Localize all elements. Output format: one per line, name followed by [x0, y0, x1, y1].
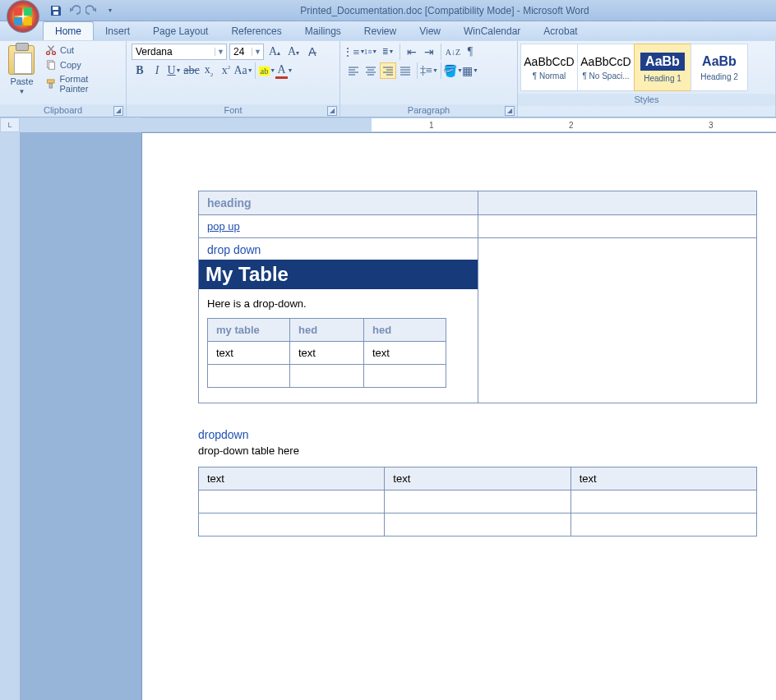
tab-page-layout[interactable]: Page Layout: [141, 22, 219, 40]
align-center-button[interactable]: [363, 62, 379, 79]
save-button[interactable]: [49, 4, 62, 17]
decrease-indent-button[interactable]: ⇤: [404, 44, 420, 60]
inner-header-cell: hed: [290, 319, 364, 342]
change-case-icon: Aa: [233, 64, 247, 77]
inner-table[interactable]: my table hed hed text text text: [207, 318, 446, 388]
tab-wincalendar[interactable]: WinCalendar: [452, 22, 532, 40]
grow-font-icon: A▴: [269, 45, 280, 58]
font-name-combo[interactable]: ▼: [132, 44, 227, 60]
line-spacing-icon: ‡≡: [420, 64, 432, 77]
ruler-mark: 3: [709, 121, 714, 130]
bullets-button[interactable]: ⋮≡▼: [345, 44, 362, 60]
cut-button[interactable]: Cut: [42, 44, 121, 57]
undo-button[interactable]: [67, 4, 81, 17]
undo-icon: [67, 4, 81, 17]
chevron-down-icon[interactable]: ▼: [252, 48, 263, 56]
office-button[interactable]: [7, 0, 39, 33]
tab-references[interactable]: References: [219, 22, 293, 40]
horizontal-ruler[interactable]: L 1 2 3: [0, 117, 776, 132]
paste-icon: [8, 45, 35, 75]
font-name-input[interactable]: [132, 44, 215, 59]
align-left-button[interactable]: [345, 62, 362, 79]
increase-indent-button[interactable]: ⇥: [421, 44, 437, 60]
tab-home[interactable]: Home: [43, 21, 94, 40]
svg-rect-11: [49, 83, 52, 88]
popup-link[interactable]: pop up: [207, 220, 240, 233]
font-size-input[interactable]: [230, 44, 252, 59]
strikethrough-icon: abc: [183, 64, 199, 77]
borders-icon: ▦: [462, 64, 473, 78]
align-right-button[interactable]: [380, 62, 396, 79]
borders-button[interactable]: ▦▼: [462, 62, 478, 79]
group-paragraph: ⋮≡▼ 1≡▼ ≣▼ ⇤ ⇥ A↓Z ¶ ‡≡▼: [340, 41, 518, 117]
bold-button[interactable]: B: [132, 62, 148, 79]
chevron-down-icon[interactable]: ▼: [215, 48, 226, 56]
style-heading-2[interactable]: AaBb Heading 2: [691, 44, 748, 91]
highlight-button[interactable]: ab▼: [259, 62, 275, 79]
inner-header-cell: hed: [364, 319, 446, 342]
svg-rect-4: [53, 7, 58, 10]
change-case-button[interactable]: Aa▼: [235, 62, 252, 79]
tab-acrobat[interactable]: Acrobat: [532, 22, 589, 40]
strikethrough-button[interactable]: abc: [183, 62, 200, 79]
subscript-button[interactable]: x2: [201, 62, 217, 79]
paragraph-launcher[interactable]: ◢: [505, 106, 515, 116]
style-name-label: ¶ No Spaci...: [582, 71, 629, 81]
grow-font-button[interactable]: A▴: [266, 44, 283, 60]
inner-header-cell: my table: [208, 319, 290, 342]
underline-button[interactable]: U▼: [166, 62, 182, 79]
document-page[interactable]: heading pop up drop down My Table Here i…: [141, 132, 776, 700]
redo-icon: [85, 4, 99, 17]
shrink-font-button[interactable]: A▾: [285, 44, 302, 60]
office-logo-icon: [12, 6, 34, 27]
decrease-indent-icon: ⇤: [407, 45, 417, 59]
svg-rect-2: [14, 17, 22, 25]
style-heading-1[interactable]: AaBb Heading 1: [634, 44, 691, 91]
font-size-combo[interactable]: ▼: [229, 44, 264, 60]
window-title: Printed_Documentation.doc [Compatibility…: [117, 5, 773, 16]
style-no-spacing[interactable]: AaBbCcD ¶ No Spaci...: [577, 44, 635, 91]
clear-formatting-button[interactable]: A̶: [304, 44, 321, 60]
copy-button[interactable]: Copy: [42, 58, 121, 71]
qat-customize[interactable]: ▼: [104, 4, 117, 17]
svg-rect-9: [48, 62, 54, 70]
clipboard-launcher[interactable]: ◢: [113, 106, 123, 116]
style-normal[interactable]: AaBbCcD ¶ Normal: [520, 44, 578, 91]
document-workarea: heading pop up drop down My Table Here i…: [0, 132, 776, 700]
ribbon-tabs: Home Insert Page Layout References Maili…: [0, 21, 776, 40]
sort-button[interactable]: A↓Z: [445, 44, 461, 60]
dropdown-description: Here is a drop-down.: [207, 297, 469, 310]
group-label-font: Font◢: [127, 104, 340, 117]
shading-button[interactable]: 🪣▼: [445, 62, 461, 79]
ruler-mark: 2: [569, 121, 574, 130]
my-table-banner: My Table: [199, 260, 478, 289]
font-color-icon: A: [275, 63, 287, 79]
main-document-table[interactable]: heading pop up drop down My Table Here i…: [198, 191, 757, 403]
font-launcher[interactable]: ◢: [327, 106, 337, 116]
superscript-button[interactable]: x2: [218, 62, 234, 79]
style-name-label: Heading 2: [700, 72, 738, 81]
group-label-paragraph: Paragraph◢: [340, 104, 517, 117]
paste-button[interactable]: Paste ▼: [5, 44, 39, 97]
tab-review[interactable]: Review: [353, 22, 408, 40]
show-marks-button[interactable]: ¶: [462, 44, 478, 60]
ruler-mark: 1: [429, 121, 434, 130]
vertical-ruler[interactable]: [0, 132, 20, 700]
redo-button[interactable]: [85, 4, 99, 17]
style-preview: AaBbCcD: [580, 55, 630, 68]
italic-button[interactable]: I: [149, 62, 165, 79]
bold-icon: B: [136, 64, 143, 77]
numbering-button[interactable]: 1≡▼: [363, 44, 379, 60]
format-painter-icon: [45, 78, 57, 90]
font-color-button[interactable]: A▼: [276, 62, 293, 79]
second-table[interactable]: text text text: [198, 467, 757, 537]
tab-view[interactable]: View: [408, 22, 452, 40]
multilevel-button[interactable]: ≣▼: [380, 44, 396, 60]
format-painter-button[interactable]: Format Painter: [42, 73, 121, 94]
ruler-corner[interactable]: L: [0, 117, 20, 132]
tab-insert[interactable]: Insert: [94, 22, 141, 40]
bullets-icon: ⋮≡: [342, 45, 360, 59]
justify-button[interactable]: [397, 62, 413, 79]
tab-mailings[interactable]: Mailings: [293, 22, 353, 40]
line-spacing-button[interactable]: ‡≡▼: [421, 62, 437, 79]
